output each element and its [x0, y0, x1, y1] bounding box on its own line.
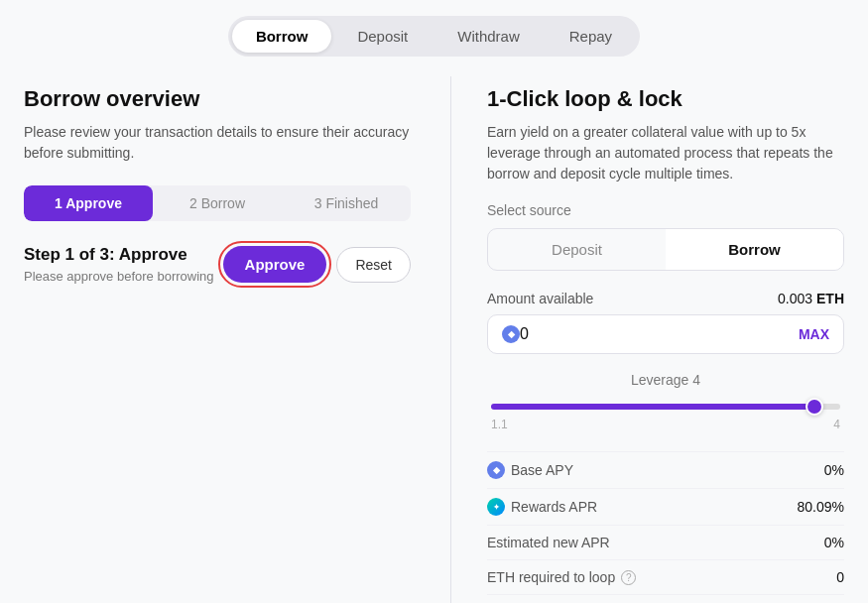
amount-input[interactable] [520, 325, 799, 343]
amount-input-wrap: ◆ MAX [487, 314, 844, 354]
estimated-apr-value: 0% [824, 535, 844, 550]
nav-tab-group: Borrow Deposit Withdraw Repay [228, 16, 640, 57]
right-panel: 1-Click loop & lock Earn yield on a grea… [451, 76, 844, 603]
left-panel: Borrow overview Please review your trans… [24, 76, 450, 603]
rewards-apr-label: ✦ Rewards APR [487, 498, 597, 516]
rewards-icon: ✦ [487, 498, 505, 516]
top-navigation: Borrow Deposit Withdraw Repay [0, 0, 868, 76]
base-apy-row: ◆ Base APY 0% [487, 451, 844, 488]
source-deposit-btn[interactable]: Deposit [488, 229, 666, 270]
tab-deposit[interactable]: Deposit [333, 20, 432, 53]
slider-max: 4 [833, 418, 840, 431]
step-1-approve[interactable]: 1 Approve [24, 185, 153, 221]
estimated-apr-row: Estimated new APR 0% [487, 525, 844, 559]
loop-lock-title: 1-Click loop & lock [487, 86, 844, 112]
eth-required-value: 0 [836, 569, 844, 585]
source-borrow-btn[interactable]: Borrow [666, 229, 843, 270]
eth-dot-icon: ◆ [487, 461, 505, 479]
estimated-apr-label: Estimated new APR [487, 535, 610, 550]
step-detail: Step 1 of 3: Approve Please approve befo… [24, 245, 411, 292]
step-action-buttons: Approve Reset [223, 246, 411, 283]
amount-label: Amount available [487, 291, 593, 306]
rewards-apr-row: ✦ Rewards APR 80.09% [487, 488, 844, 525]
source-toggle: Deposit Borrow [487, 228, 844, 271]
leverage-slider-wrap: 1.1 4 [487, 396, 844, 431]
borrow-overview-title: Borrow overview [24, 86, 411, 112]
leverage-slider[interactable] [491, 404, 840, 410]
slider-min: 1.1 [491, 418, 508, 431]
health-factor-row: Health factor ? [487, 594, 844, 603]
step-detail-text: Step 1 of 3: Approve Please approve befo… [24, 245, 214, 284]
amount-value: 0.003 ETH [778, 291, 844, 306]
tab-withdraw[interactable]: Withdraw [434, 20, 544, 53]
eth-required-info-icon[interactable]: ? [621, 570, 636, 585]
approve-button[interactable]: Approve [223, 246, 327, 283]
borrow-overview-desc: Please review your transaction details t… [24, 122, 411, 164]
slider-labels: 1.1 4 [491, 418, 840, 431]
amount-row: Amount available 0.003 ETH [487, 291, 844, 306]
base-apy-value: 0% [824, 462, 844, 478]
rewards-apr-value: 80.09% [798, 499, 844, 515]
main-content: Borrow overview Please review your trans… [0, 76, 868, 603]
base-apy-label: ◆ Base APY [487, 461, 573, 479]
step-2-borrow[interactable]: 2 Borrow [153, 185, 282, 221]
eth-icon: ◆ [502, 325, 520, 343]
loop-lock-desc: Earn yield on a greater collateral value… [487, 122, 844, 184]
step-heading: Step 1 of 3: Approve [24, 245, 214, 265]
eth-required-row: ETH required to loop ? 0 [487, 559, 844, 594]
max-button[interactable]: MAX [799, 326, 829, 342]
reset-button[interactable]: Reset [336, 247, 411, 283]
tab-borrow[interactable]: Borrow [232, 20, 332, 53]
leverage-label: Leverage 4 [487, 372, 844, 388]
steps-bar: 1 Approve 2 Borrow 3 Finished [24, 185, 411, 221]
step-sub: Please approve before borrowing [24, 269, 214, 284]
select-source-label: Select source [487, 202, 844, 218]
tab-repay[interactable]: Repay [546, 20, 636, 53]
step-3-finished[interactable]: 3 Finished [282, 185, 411, 221]
eth-required-label: ETH required to loop ? [487, 569, 636, 585]
